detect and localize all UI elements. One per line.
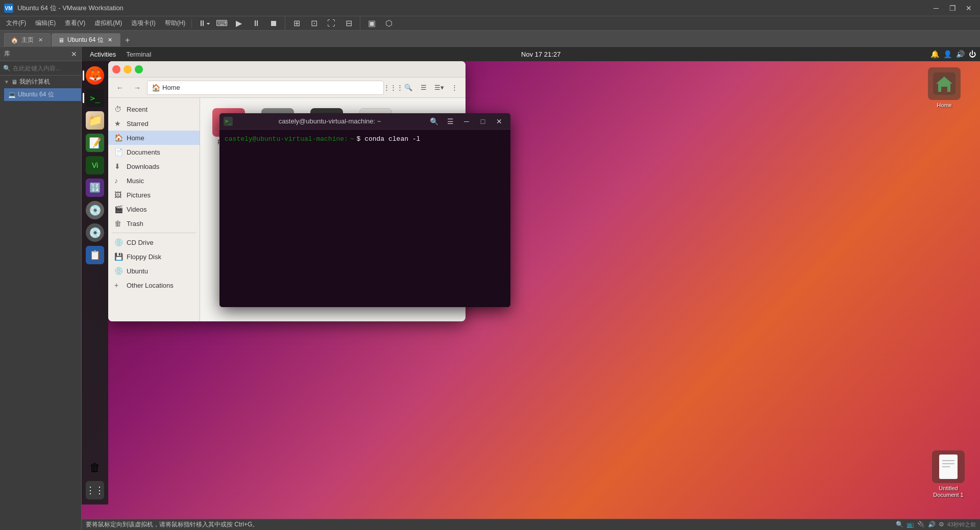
status-screen-icon[interactable]: 📺	[906, 521, 914, 528]
dock-item-terminal[interactable]: >_	[85, 88, 105, 108]
terminal-maximize-button[interactable]: □	[476, 116, 490, 127]
fm-sidebar-floppy[interactable]: 💾 Floppy Disk	[108, 249, 200, 264]
trash-icon: 🗑	[86, 459, 104, 477]
tab-ubuntu-close[interactable]: ✕	[107, 37, 114, 44]
ubuntu-tab-icon: 🖥	[58, 37, 64, 44]
restore-button[interactable]: ❐	[945, 3, 960, 14]
tab-home[interactable]: 🏠 主页 ✕	[4, 33, 51, 46]
dock-item-trash[interactable]: 🗑	[85, 458, 105, 478]
fm-cd-label: CD Drive	[127, 239, 154, 246]
fm-sidebar-videos[interactable]: 🎬 Videos	[108, 202, 200, 216]
terminal-content[interactable]: castely@ubuntu-virtual-machine: ~ $ cond…	[219, 130, 510, 307]
fm-sidebar-documents[interactable]: 📄 Documents	[108, 145, 200, 159]
vm-tree-my-computer[interactable]: ▼ 🖥 我的计算机	[0, 75, 81, 88]
power-topbar-icon[interactable]: ⏻	[969, 50, 976, 58]
fm-sidebar-trash[interactable]: 🗑 Trash	[108, 216, 200, 231]
fit-window-button[interactable]: ⬡	[381, 15, 397, 32]
menu-file[interactable]: 文件(F)	[2, 18, 30, 29]
vm-search-input[interactable]	[13, 65, 89, 72]
ubuntu-topbar-center: Nov 17 21:27	[151, 51, 930, 58]
dock-item-firefox[interactable]: 🦊	[85, 65, 105, 86]
status-network-icon[interactable]: 🔍	[896, 521, 903, 528]
dock-item-cd1[interactable]: 💿	[85, 200, 105, 220]
fm-sidebar-home[interactable]: 🏠 Home	[108, 131, 200, 145]
terminal-menu-button[interactable]: ☰	[443, 116, 457, 127]
vm-sidebar-close-button[interactable]: ✕	[71, 50, 77, 58]
untitled-doc-icon	[932, 450, 965, 483]
bell-icon[interactable]: 🔔	[930, 50, 939, 58]
volume-icon[interactable]: 🔊	[956, 50, 965, 58]
view-button[interactable]: ⊡	[306, 15, 322, 32]
send-ctrl-alt-del-button[interactable]: ⌨	[213, 15, 230, 32]
fm-options-button[interactable]: ☰▾	[432, 81, 446, 95]
tab-home-close[interactable]: ✕	[37, 37, 44, 44]
desktop-icon-home[interactable]: Home	[924, 67, 965, 108]
fit-vm-button[interactable]: ▣	[363, 15, 380, 32]
fm-overflow-button[interactable]: ⋮	[447, 81, 461, 95]
fm-sidebar-cd[interactable]: 💿 CD Drive	[108, 235, 200, 249]
vm-sidebar: 库 ✕ 🔍 ▼ 🖥 我的计算机 💻 Ubuntu 64 位	[0, 47, 82, 530]
fm-maximize-button[interactable]	[135, 65, 143, 73]
other-locations-icon: +	[114, 281, 122, 289]
fm-sidebar-recent[interactable]: ⏱ Recent	[108, 102, 200, 116]
network-icon[interactable]: 👤	[943, 50, 952, 58]
vm-display[interactable]: Activities Terminal Nov 17 21:27 🔔 👤 🔊 ⏻	[82, 47, 980, 530]
fm-sidebar-ubuntu[interactable]: 💿 Ubuntu	[108, 264, 200, 278]
close-button[interactable]: ✕	[962, 3, 976, 14]
fm-back-button[interactable]: ←	[112, 81, 128, 95]
terminal-minimize-button[interactable]: ─	[459, 116, 474, 127]
dock-item-calculator[interactable]: 🔢	[85, 178, 105, 198]
terminal-close-button[interactable]: ✕	[492, 116, 506, 127]
vm-tree-group: 💻 Ubuntu 64 位	[0, 88, 81, 101]
unity-button[interactable]: ⊟	[340, 15, 357, 32]
fm-sidebar-starred[interactable]: ★ Starred	[108, 116, 200, 131]
terminal-window[interactable]: >_ castely@ubuntu-virtual-machine: ~ 🔍 ☰…	[219, 113, 510, 307]
recent-icon: ⏱	[114, 105, 122, 113]
fm-sidebar-downloads[interactable]: ⬇ Downloads	[108, 159, 200, 173]
ubuntu-desktop[interactable]: Activities Terminal Nov 17 21:27 🔔 👤 🔊 ⏻	[82, 47, 980, 519]
fullscreen-button[interactable]: ⛶	[323, 15, 339, 32]
menu-edit[interactable]: 编辑(E)	[31, 18, 60, 29]
minimize-button[interactable]: ─	[929, 3, 943, 14]
tab-ubuntu[interactable]: 🖥 Ubuntu 64 位 ✕	[52, 33, 120, 46]
fm-minimize-button[interactable]	[124, 65, 132, 73]
dock-item-files[interactable]: 📁	[85, 110, 105, 131]
fm-sidebar-other-locations[interactable]: + Other Locations	[108, 278, 200, 292]
libreoffice-icon: 📋	[86, 246, 104, 264]
split-view-button[interactable]: ⊞	[288, 15, 305, 32]
fm-sidebar-pictures[interactable]: 🖼 Pictures	[108, 188, 200, 202]
power-off-button[interactable]: ⏹	[265, 15, 282, 32]
terminal-search-button[interactable]: 🔍	[427, 116, 441, 127]
fm-close-button[interactable]	[112, 65, 120, 73]
menu-view[interactable]: 查看(V)	[61, 18, 89, 29]
add-tab-button[interactable]: +	[121, 34, 134, 46]
documents-icon: 📄	[114, 148, 122, 156]
terminal-titlebar: >_ castely@ubuntu-virtual-machine: ~ 🔍 ☰…	[219, 113, 510, 130]
cd-icon-2: 💿	[86, 223, 104, 242]
activities-button[interactable]: Activities	[86, 47, 120, 61]
menu-help[interactable]: 帮助(H)	[161, 18, 190, 29]
fm-forward-button[interactable]: →	[130, 81, 145, 95]
fm-search-button[interactable]: 🔍	[401, 81, 415, 95]
dock-item-texteditor[interactable]: 📝	[85, 133, 105, 153]
pause-button[interactable]: ⏸▾	[196, 15, 212, 32]
status-settings-icon[interactable]: ⚙	[939, 521, 944, 528]
fm-more-button[interactable]: ⋮⋮⋮	[386, 81, 400, 95]
status-usb-icon[interactable]: 🔌	[917, 521, 925, 528]
status-sound-icon[interactable]: 🔊	[928, 521, 936, 528]
suspend-button[interactable]: ⏸	[248, 15, 264, 32]
search-icon: 🔍	[3, 65, 11, 72]
dock-item-cd2[interactable]: 💿	[85, 222, 105, 243]
dock-item-vim[interactable]: Vi	[85, 155, 105, 175]
menu-tabs[interactable]: 选项卡(I)	[127, 18, 159, 29]
vm-sidebar-header: 库 ✕	[0, 47, 81, 61]
desktop-icon-untitled-doc[interactable]: UntitledDocument 1	[932, 450, 965, 498]
vm-tree-ubuntu[interactable]: 💻 Ubuntu 64 位	[4, 88, 81, 101]
fm-sidebar-music[interactable]: ♪ Music	[108, 173, 200, 188]
dock-item-apps[interactable]: ⋮⋮	[85, 480, 105, 500]
menu-vm[interactable]: 虚拟机(M)	[90, 18, 126, 29]
fm-list-view-button[interactable]: ☰	[416, 81, 431, 95]
dock-item-libreoffice[interactable]: 📋	[85, 245, 105, 265]
fm-location-bar[interactable]: 🏠 Home	[147, 81, 384, 95]
power-on-button[interactable]: ▶	[231, 15, 247, 32]
